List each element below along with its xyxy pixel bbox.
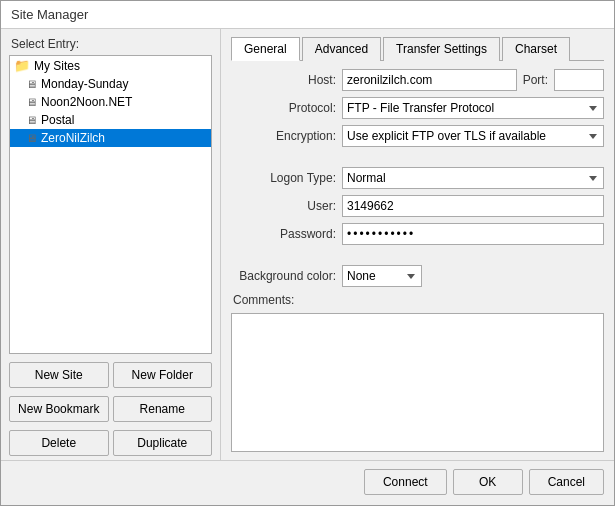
title-bar: Site Manager <box>1 1 614 29</box>
comments-textarea[interactable] <box>231 313 604 452</box>
tree-container: 📁 My Sites 🖥 Monday-Sunday 🖥 Noon2Noon.N… <box>9 55 212 354</box>
main-content: Select Entry: 📁 My Sites 🖥 Monday-Sunday… <box>1 29 614 460</box>
logon-type-row: Logon Type: Anonymous Normal Ask for pas… <box>231 167 604 189</box>
tree-item-label: Monday-Sunday <box>41 77 128 91</box>
encryption-label: Encryption: <box>231 129 336 143</box>
password-label: Password: <box>231 227 336 241</box>
encryption-row: Encryption: Use explicit FTP over TLS if… <box>231 125 604 147</box>
btn-row-2: New Bookmark Rename <box>1 392 220 426</box>
host-label: Host: <box>231 73 336 87</box>
tree-item-label: ZeroNilZilch <box>41 131 105 145</box>
user-row: User: <box>231 195 604 217</box>
tree-item-monday-sunday[interactable]: 🖥 Monday-Sunday <box>10 75 211 93</box>
rename-button[interactable]: Rename <box>113 396 213 422</box>
host-input[interactable] <box>342 69 517 91</box>
new-folder-button[interactable]: New Folder <box>113 362 213 388</box>
tree-item-label: Postal <box>41 113 74 127</box>
tab-advanced[interactable]: Advanced <box>302 37 381 61</box>
protocol-label: Protocol: <box>231 101 336 115</box>
protocol-select[interactable]: FTP - File Transfer Protocol SFTP - SSH … <box>342 97 604 119</box>
user-label: User: <box>231 199 336 213</box>
form-area: Host: Port: Protocol: FTP - File Transfe… <box>231 69 604 452</box>
port-label: Port: <box>523 73 548 87</box>
host-row: Host: Port: <box>231 69 604 91</box>
bg-color-row: Background color: None Red Green Blue <box>231 265 604 287</box>
user-input[interactable] <box>342 195 604 217</box>
protocol-row: Protocol: FTP - File Transfer Protocol S… <box>231 97 604 119</box>
site-icon: 🖥 <box>26 96 37 108</box>
ok-button[interactable]: OK <box>453 469 523 495</box>
new-site-button[interactable]: New Site <box>9 362 109 388</box>
bg-color-select[interactable]: None Red Green Blue <box>342 265 422 287</box>
window-title: Site Manager <box>11 7 88 22</box>
tree-item-noon2noon[interactable]: 🖥 Noon2Noon.NET <box>10 93 211 111</box>
logon-type-label: Logon Type: <box>231 171 336 185</box>
comments-label: Comments: <box>233 293 294 307</box>
tree-item-zeronilzilch[interactable]: 🖥 ZeroNilZilch <box>10 129 211 147</box>
new-bookmark-button[interactable]: New Bookmark <box>9 396 109 422</box>
btn-row-1: New Site New Folder <box>1 358 220 392</box>
select-entry-label: Select Entry: <box>1 29 220 55</box>
site-manager-window: Site Manager Select Entry: 📁 My Sites 🖥 … <box>0 0 615 506</box>
bg-color-label: Background color: <box>231 269 336 283</box>
folder-icon: 📁 <box>14 58 30 73</box>
password-input[interactable] <box>342 223 604 245</box>
tree-item-label: Noon2Noon.NET <box>41 95 132 109</box>
logon-type-select[interactable]: Anonymous Normal Ask for password Intera… <box>342 167 604 189</box>
delete-button[interactable]: Delete <box>9 430 109 456</box>
site-icon: 🖥 <box>26 132 37 144</box>
left-panel: Select Entry: 📁 My Sites 🖥 Monday-Sunday… <box>1 29 221 460</box>
tree-item-my-sites[interactable]: 📁 My Sites <box>10 56 211 75</box>
port-input[interactable] <box>554 69 604 91</box>
tab-charset[interactable]: Charset <box>502 37 570 61</box>
tab-transfer-settings[interactable]: Transfer Settings <box>383 37 500 61</box>
btn-row-3: Delete Duplicate <box>1 426 220 460</box>
connect-button[interactable]: Connect <box>364 469 447 495</box>
encryption-select[interactable]: Use explicit FTP over TLS if available R… <box>342 125 604 147</box>
tab-bar: General Advanced Transfer Settings Chars… <box>231 37 604 61</box>
duplicate-button[interactable]: Duplicate <box>113 430 213 456</box>
tab-general[interactable]: General <box>231 37 300 61</box>
right-panel: General Advanced Transfer Settings Chars… <box>221 29 614 460</box>
cancel-button[interactable]: Cancel <box>529 469 604 495</box>
site-icon: 🖥 <box>26 114 37 126</box>
password-row: Password: <box>231 223 604 245</box>
bottom-bar: Connect OK Cancel <box>1 460 614 505</box>
tree-item-label: My Sites <box>34 59 80 73</box>
site-icon: 🖥 <box>26 78 37 90</box>
tree-item-postal[interactable]: 🖥 Postal <box>10 111 211 129</box>
comments-label-row: Comments: <box>231 293 604 307</box>
